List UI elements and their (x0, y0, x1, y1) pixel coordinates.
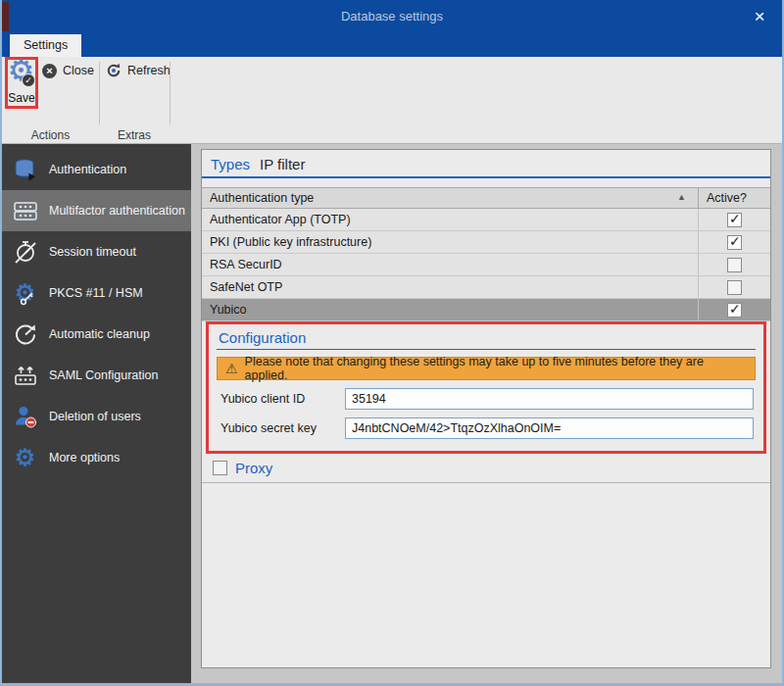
save-check-icon: ✓ (22, 74, 35, 87)
panel-tabs: TypesIP filter (202, 150, 770, 173)
sidebar-item-pkcs-hsm[interactable]: ⚙ PKCS #11 / HSM (2, 272, 191, 314)
auth-type-cell: Yubico (202, 303, 698, 317)
auth-type-cell: SafeNet OTP (202, 280, 698, 294)
active-cell (698, 209, 770, 230)
gear-icon: ⚙ (12, 445, 38, 470)
cleanup-dial-icon (12, 321, 38, 347)
active-cell (698, 299, 770, 320)
ribbon-group-extras: Extras (99, 128, 170, 142)
active-checkbox[interactable] (727, 235, 742, 250)
save-button[interactable]: ⚙ ✓ Save (8, 60, 35, 106)
ribbon-tabstrip: Settings (2, 34, 782, 57)
auth-type-cell: PKI (Public key infrastructure) (202, 235, 698, 249)
sidebar-item-more-options[interactable]: ⚙ More options (2, 437, 191, 478)
sidebar-item-label: Deletion of users (49, 410, 141, 423)
titlebar: Database settings × (2, 0, 782, 34)
yubico-secret-key-input[interactable] (345, 417, 754, 439)
sidebar-item-label: Session timeout (49, 245, 136, 259)
warning-banner: ⚠ Please note that changing these settin… (217, 357, 756, 380)
database-auth-icon (12, 157, 38, 182)
active-cell (698, 231, 770, 253)
yubico-client-id-label: Yubico client ID (217, 392, 345, 406)
proxy-checkbox[interactable] (213, 461, 227, 475)
yubico-client-id-field-row: Yubico client ID (217, 388, 756, 410)
tab-types[interactable]: Types (211, 156, 250, 172)
auth-type-cell: Authenticator App (TOTP) (202, 213, 698, 226)
yubico-secret-key-field-row: Yubico secret key (217, 417, 756, 439)
sidebar: Authentication Multifactor authenticatio… (2, 144, 191, 683)
timer-slash-icon (12, 239, 38, 265)
close-button[interactable]: × Close (42, 62, 94, 79)
active-checkbox[interactable] (727, 280, 742, 295)
configuration-section: Configuration ⚠ Please note that changin… (209, 324, 763, 451)
configuration-highlight-annotation: Configuration ⚠ Please note that changin… (206, 321, 766, 454)
auth-type-cell: RSA SecurID (202, 258, 698, 271)
window-title: Database settings (2, 9, 782, 24)
gear-key-icon: ⚙ (12, 280, 38, 306)
column-header-active[interactable]: Active? (698, 188, 770, 208)
table-row-safenet-otp[interactable]: SafeNet OTP (202, 276, 770, 299)
close-circle-icon: × (42, 64, 57, 78)
column-header-authentication-type[interactable]: Authentication type (202, 191, 698, 205)
sidebar-item-session-timeout[interactable]: Session timeout (2, 231, 191, 272)
active-checkbox[interactable] (727, 258, 742, 272)
sidebar-item-label: SAML Configuration (49, 368, 158, 382)
keypad-card-icon (12, 198, 38, 223)
ribbon-group-divider (99, 62, 100, 124)
content-area: Authentication Multifactor authenticatio… (2, 144, 782, 683)
settings-panel: TypesIP filter Authentication type ▲ Act… (201, 149, 771, 668)
saml-card-icon (12, 363, 38, 388)
proxy-label[interactable]: Proxy (235, 460, 272, 476)
user-remove-icon (12, 404, 38, 429)
sidebar-item-saml-configuration[interactable]: SAML Configuration (2, 355, 191, 396)
proxy-divider (202, 482, 770, 483)
sidebar-item-deletion-of-users[interactable]: Deletion of users (2, 396, 191, 437)
refresh-icon (106, 63, 122, 78)
yubico-client-id-input[interactable] (345, 388, 754, 410)
table-row-rsa-securid[interactable]: RSA SecurID (202, 254, 770, 276)
configuration-underline (217, 349, 756, 350)
yubico-secret-key-label: Yubico secret key (217, 421, 345, 435)
warning-icon: ⚠ (225, 362, 238, 375)
sidebar-item-label: Authentication (49, 163, 126, 176)
table-row-authenticator-app-totp[interactable]: Authenticator App (TOTP) (202, 209, 770, 231)
active-cell (698, 276, 770, 298)
proxy-section: Proxy (202, 454, 770, 482)
table-row-pki[interactable]: PKI (Public key infrastructure) (202, 231, 770, 254)
sidebar-item-label: Multifactor authentication (49, 204, 185, 218)
warning-text: Please note that changing these settings… (245, 355, 747, 382)
ribbon-group-actions: Actions (2, 128, 99, 142)
tab-underline (202, 176, 770, 178)
ribbon-group-divider (170, 62, 171, 124)
sidebar-item-label: Automatic cleanup (49, 327, 150, 341)
authentication-type-table: Authentication type ▲ Active? Authentica… (202, 187, 770, 321)
sort-ascending-icon: ▲ (677, 192, 686, 202)
sidebar-item-authentication[interactable]: Authentication (2, 149, 191, 190)
sidebar-item-automatic-cleanup[interactable]: Automatic cleanup (2, 314, 191, 355)
ribbon-toolbar: ⚙ ✓ Save × Close Refresh Actions Extras (2, 57, 782, 144)
tab-ip-filter[interactable]: IP filter (260, 156, 305, 172)
table-header: Authentication type ▲ Active? (202, 187, 770, 209)
active-checkbox[interactable] (727, 303, 742, 318)
database-settings-window: Database settings × Settings ⚙ ✓ Save × … (0, 0, 784, 686)
close-button-label: Close (63, 64, 94, 77)
sidebar-item-label: More options (49, 451, 120, 465)
save-button-label: Save (8, 91, 35, 105)
refresh-button-label: Refresh (127, 64, 171, 77)
sidebar-item-multifactor-authentication[interactable]: Multifactor authentication (2, 190, 191, 231)
window-close-button[interactable]: × (747, 4, 772, 29)
refresh-button[interactable]: Refresh (106, 62, 171, 79)
active-cell (698, 254, 770, 275)
sidebar-item-label: PKCS #11 / HSM (49, 286, 143, 300)
save-highlight-annotation: ⚙ ✓ Save (5, 57, 38, 109)
active-checkbox[interactable] (727, 213, 742, 227)
configuration-heading: Configuration (217, 329, 756, 346)
table-row-yubico[interactable]: Yubico (202, 299, 770, 321)
